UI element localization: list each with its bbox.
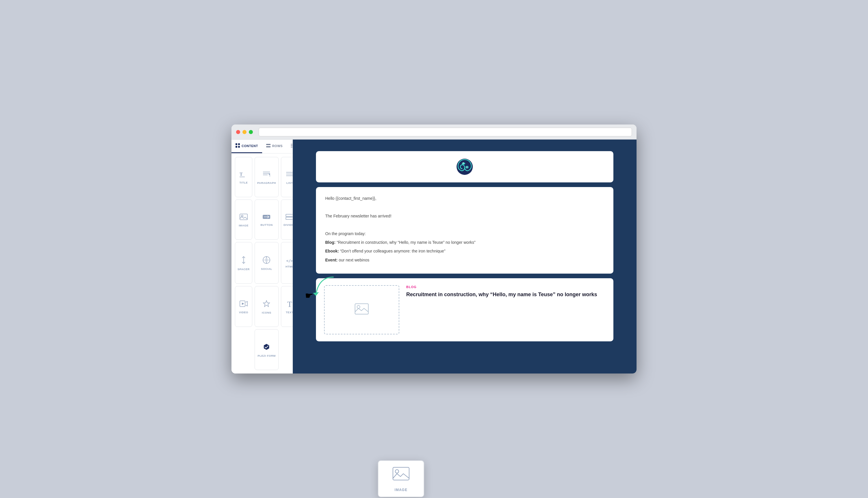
canvas-area: Hello {{contact_first_name}}, The Februa…	[293, 140, 637, 374]
svg-rect-2	[235, 146, 237, 148]
svg-rect-22	[240, 214, 247, 220]
tab-rows[interactable]: ROWS	[262, 140, 287, 153]
content-item-social[interactable]: SOCIAL	[255, 242, 279, 284]
social-icon	[263, 256, 270, 265]
content-item-plezi-form[interactable]: PLEZI FORM	[255, 329, 279, 370]
title-icon: T	[240, 171, 248, 179]
content-item-list-label: LIST	[286, 181, 293, 184]
content-item-title[interactable]: T TITLE	[235, 157, 252, 197]
image-icon	[240, 213, 248, 222]
blog-content: BLOG Recruitment in construction, why “H…	[406, 285, 605, 298]
sidebar-tabs: CONTENT ROWS	[231, 140, 293, 154]
logo-block	[316, 151, 613, 182]
app-body: CONTENT ROWS	[231, 140, 637, 374]
ebook-text-block: Ebook: “Don’t offend your colleagues any…	[325, 248, 604, 254]
content-item-html[interactable]: </> HTML	[281, 242, 293, 284]
intro-text: The February newsletter has arrived!	[325, 213, 604, 219]
content-item-list[interactable]: LIST	[281, 157, 293, 197]
drop-arrow	[307, 274, 342, 303]
content-item-html-label: HTML	[286, 265, 293, 268]
browser-window: CONTENT ROWS	[231, 124, 637, 374]
content-item-social-label: SOCIAL	[261, 267, 272, 271]
text-block: Hello {{contact_first_name}}, The Februa…	[316, 187, 613, 274]
content-item-title-label: TITLE	[240, 181, 248, 184]
svg-rect-3	[238, 146, 240, 148]
blog-title: Recruitment in construction, why “Hello,…	[406, 291, 605, 298]
blog-tag: BLOG	[406, 285, 605, 289]
content-item-paragraph-label: PARAGRAPH	[257, 181, 276, 184]
dragged-image-item: IMAGE	[378, 460, 424, 497]
program-text: On the program today:	[325, 231, 604, 237]
blog-label: Blog:	[325, 240, 336, 245]
svg-rect-5	[266, 146, 271, 147]
svg-point-40	[357, 305, 360, 309]
svg-text:T: T	[240, 172, 243, 176]
event-text-content: our next webinos	[339, 258, 369, 262]
grid-icon	[235, 143, 240, 148]
content-item-button-label: BUTTON	[260, 223, 273, 226]
svg-rect-41	[393, 467, 409, 480]
dragged-image-label: IMAGE	[395, 488, 407, 492]
svg-rect-26	[286, 214, 293, 217]
image-drop-target[interactable]	[324, 285, 399, 335]
blog-text-content: “Recruitment in construction, why “Hello…	[337, 240, 476, 245]
svg-text:¶: ¶	[269, 173, 271, 177]
spacer-icon	[241, 256, 246, 265]
svg-rect-1	[238, 143, 240, 145]
blog-text-block: Blog: “Recruitment in construction, why …	[325, 239, 604, 246]
svg-rect-0	[235, 143, 237, 145]
svg-marker-33	[263, 301, 270, 306]
list-icon	[286, 171, 293, 179]
browser-chrome	[231, 124, 637, 140]
dragged-image-icon	[392, 467, 410, 484]
blog-block: BLOG Recruitment in construction, why “H…	[316, 278, 613, 341]
tab-content[interactable]: CONTENT	[231, 140, 262, 153]
maximize-button[interactable]	[249, 130, 253, 134]
button-icon	[262, 214, 271, 221]
svg-rect-6	[291, 144, 293, 144]
content-item-video[interactable]: VIDEO	[235, 286, 252, 327]
rows-icon	[266, 144, 271, 148]
svg-point-36	[463, 162, 464, 163]
content-item-spacer[interactable]: SPACER	[235, 242, 252, 284]
settings-icon	[291, 144, 293, 148]
svg-marker-34	[264, 344, 269, 350]
content-item-divider-label: DIVIDER	[284, 223, 293, 226]
content-item-icons[interactable]: ICONS	[255, 286, 279, 327]
address-bar[interactable]	[259, 128, 632, 136]
svg-rect-8	[291, 147, 293, 147]
ebook-text-content: “Don’t offend your colleagues anymore: t…	[340, 249, 445, 253]
paragraph-icon: ¶	[262, 171, 271, 179]
content-item-divider[interactable]: DIVIDER	[281, 199, 293, 240]
close-button[interactable]	[236, 130, 240, 134]
content-item-plezi-form-label: PLEZI FORM	[258, 354, 276, 357]
content-item-video-label: VIDEO	[239, 311, 248, 314]
tab-settings[interactable]: SETTINGS	[287, 140, 293, 153]
content-item-spacer-label: SPACER	[238, 267, 250, 271]
text-icon: T	[287, 300, 292, 309]
icons-icon	[263, 300, 270, 309]
event-text-block: Event: our next webinos	[325, 257, 604, 263]
tab-content-label: CONTENT	[242, 144, 258, 148]
svg-rect-4	[266, 144, 271, 145]
plezi-form-icon	[263, 343, 270, 352]
svg-marker-38	[313, 292, 319, 296]
content-item-paragraph[interactable]: ¶ PARAGRAPH	[255, 157, 279, 197]
content-item-image[interactable]: IMAGE	[235, 199, 252, 240]
content-grid: T TITLE ¶	[231, 154, 293, 374]
content-item-button[interactable]: BUTTON	[255, 199, 279, 240]
svg-point-37	[466, 167, 467, 168]
event-label: Event:	[325, 258, 338, 262]
svg-marker-32	[242, 303, 244, 305]
content-item-icons-label: ICONS	[262, 311, 271, 314]
company-logo	[456, 158, 473, 175]
svg-rect-39	[355, 304, 368, 314]
svg-rect-7	[291, 145, 293, 146]
sidebar: CONTENT ROWS	[231, 140, 293, 374]
content-item-text[interactable]: T TEXT	[281, 286, 293, 327]
svg-point-42	[395, 470, 399, 473]
content-item-image-label: IMAGE	[239, 224, 248, 227]
minimize-button[interactable]	[243, 130, 246, 134]
video-icon	[240, 300, 248, 309]
tab-rows-label: ROWS	[272, 144, 283, 148]
